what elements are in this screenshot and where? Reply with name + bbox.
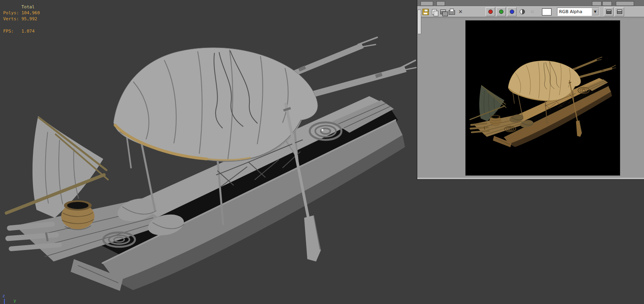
- red-channel-icon: [488, 10, 493, 14]
- stats-total-row: Total: [3, 4, 40, 10]
- verts-value: 95,992: [21, 16, 37, 22]
- stats-total-label: Total: [21, 4, 35, 10]
- print-button[interactable]: [447, 8, 456, 16]
- blue-channel-button[interactable]: [507, 7, 517, 16]
- viewport-statistics: Total Polys: 104,960 Verts: 95,992 FPS: …: [3, 4, 40, 34]
- background-color-swatch[interactable]: [542, 8, 551, 15]
- window-top-strip: [417, 0, 644, 7]
- window-layout-button-2[interactable]: [615, 7, 624, 16]
- window-bottom-edge: [417, 178, 644, 179]
- clone-window-icon: [440, 10, 446, 14]
- stats-polys-row: Polys: 104,960: [3, 10, 40, 16]
- titlebar-fragment: [602, 1, 612, 6]
- alpha-channel-button[interactable]: [528, 8, 536, 16]
- clear-x-icon: ✕: [459, 9, 463, 14]
- green-channel-icon: [499, 10, 503, 14]
- boat-clay-model: [6, 37, 416, 291]
- fps-value: 1.074: [21, 28, 35, 34]
- titlebar-fragment: [436, 1, 445, 6]
- polys-label: Polys:: [3, 10, 21, 16]
- render-toolbar: ✕ RGB Alpha ▼: [417, 6, 644, 17]
- chevron-down-icon: ▼: [592, 8, 599, 15]
- save-bitmap-button[interactable]: [421, 8, 430, 16]
- fps-label: FPS:: [3, 28, 21, 34]
- titlebar-fragment: [616, 1, 634, 6]
- rendered-frame-window: ✕ RGB Alpha ▼: [417, 0, 644, 180]
- monochrome-icon: [520, 9, 525, 14]
- channel-display-dropdown[interactable]: RGB Alpha ▼: [557, 8, 599, 16]
- mouse-cursor: [322, 129, 324, 131]
- window-layout-button-1[interactable]: [604, 7, 613, 16]
- green-channel-button[interactable]: [496, 7, 506, 16]
- render-canvas: [466, 21, 620, 175]
- channel-display-value: RGB Alpha: [557, 9, 592, 14]
- viewport-3d[interactable]: [0, 0, 417, 304]
- split-window-icon: [617, 10, 622, 14]
- render-client-area: [417, 17, 644, 178]
- monochrome-button[interactable]: [518, 8, 526, 16]
- axis-gizmo: z y: [2, 288, 25, 304]
- titlebar-fragment: [592, 1, 602, 6]
- titlebar-fragment: [420, 1, 433, 6]
- scrollbar-thumb[interactable]: [417, 10, 421, 34]
- axis-z-label: z: [2, 293, 5, 298]
- save-icon: [422, 9, 429, 15]
- verts-label: Verts:: [3, 16, 21, 22]
- application-screen: Total Polys: 104,960 Verts: 95,992 FPS: …: [0, 0, 644, 304]
- stats-verts-row: Verts: 95,992: [3, 16, 40, 22]
- polys-value: 104,960: [21, 10, 40, 16]
- window-icon: [606, 10, 611, 14]
- clone-rendered-frame-button[interactable]: [439, 8, 447, 16]
- blue-channel-icon: [510, 10, 514, 14]
- stats-fps-row: FPS: 1.074: [3, 28, 40, 34]
- clear-button[interactable]: ✕: [456, 8, 465, 16]
- axis-y-label: y: [13, 298, 16, 303]
- alpha-channel-icon: [530, 10, 534, 14]
- rendered-image[interactable]: [465, 20, 620, 176]
- red-channel-button[interactable]: [486, 7, 495, 16]
- copy-icon: [432, 9, 437, 15]
- axis-z-line: [4, 299, 5, 304]
- print-icon: [449, 10, 455, 15]
- copy-bitmap-button[interactable]: [430, 8, 439, 16]
